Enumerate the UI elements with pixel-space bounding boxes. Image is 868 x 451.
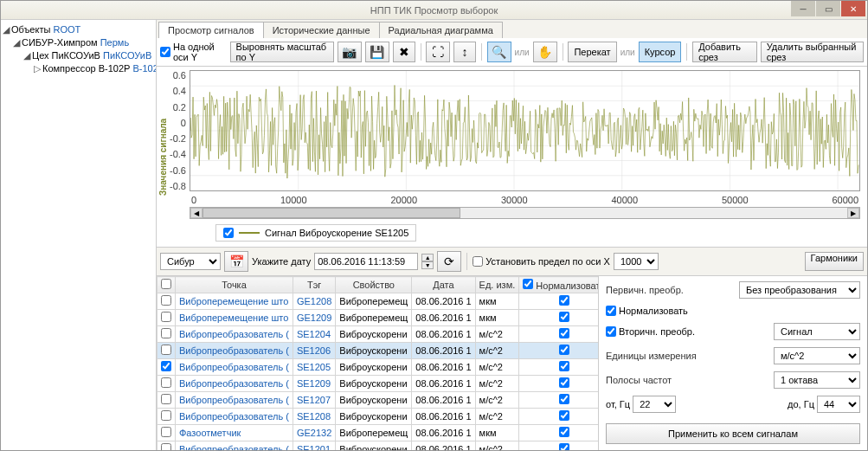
- normalize-checkbox[interactable]: [559, 410, 569, 421]
- chart-scrollbar[interactable]: ◀ ▶: [190, 207, 860, 219]
- tabs: Просмотр сигналов Исторические данные Ра…: [157, 20, 867, 38]
- tree-node-3[interactable]: ▷Компрессор В-102Р В-102Р: [3, 62, 154, 75]
- table-row[interactable]: Виброперемещение штоGE1208Виброперемещ08…: [158, 293, 600, 310]
- close-button[interactable]: ✕: [841, 1, 865, 16]
- normalize-checkbox[interactable]: Нормализовать: [606, 306, 860, 316]
- tree-node-3-link[interactable]: В-102Р: [132, 63, 157, 74]
- fit-xy-icon[interactable]: ⛶: [426, 42, 450, 62]
- cell: м/с^2: [475, 376, 519, 392]
- normalize-checkbox[interactable]: [559, 394, 569, 404]
- pan-button[interactable]: Перекат: [568, 42, 616, 62]
- camera-icon[interactable]: 📷: [338, 42, 362, 62]
- one-axis-checkbox[interactable]: На одной оси Y: [160, 42, 227, 62]
- calendar-icon[interactable]: 📅: [224, 251, 248, 272]
- table-row[interactable]: Вибропреобразователь (SE1208Виброускорен…: [158, 409, 600, 425]
- normalize-checkbox[interactable]: [559, 377, 569, 388]
- row-checkbox[interactable]: [161, 345, 171, 355]
- normalize-checkbox[interactable]: [559, 361, 569, 371]
- secondary-checkbox[interactable]: Вторичн. преобр.: [606, 326, 695, 337]
- tree-node-1[interactable]: ◢СИБУР-Химпром Пермь: [3, 36, 154, 49]
- col-header[interactable]: Ед. изм.: [475, 277, 519, 293]
- cell: GE1208: [293, 293, 335, 310]
- col-header[interactable]: Нормализовать: [519, 277, 599, 293]
- primary-select[interactable]: Без преобразования: [739, 281, 860, 299]
- table-row[interactable]: Вибропреобразователь (SE1201Виброускорен…: [158, 441, 600, 451]
- legend-checkbox[interactable]: [223, 228, 234, 238]
- tree-root[interactable]: ◢Объекты ROOT: [3, 23, 154, 36]
- bands-select[interactable]: 1 октава: [774, 371, 860, 389]
- normalize-checkbox[interactable]: [559, 328, 569, 338]
- cell: мкм: [475, 425, 519, 441]
- scale-y-button[interactable]: Выровнять масштаб по Y: [230, 42, 334, 62]
- row-checkbox[interactable]: [161, 295, 171, 306]
- cell: Фазоотметчик: [176, 425, 293, 441]
- harmonics-button[interactable]: Гармоники: [805, 252, 864, 271]
- select-all-checkbox[interactable]: [161, 279, 171, 289]
- xlimit-select[interactable]: 1000: [614, 253, 659, 270]
- row-checkbox[interactable]: [161, 312, 171, 322]
- minimize-button[interactable]: ─: [791, 1, 815, 16]
- save-icon[interactable]: 💾: [365, 42, 389, 62]
- normalize-checkbox[interactable]: [559, 312, 569, 322]
- col-header[interactable]: [158, 277, 176, 293]
- tab-signals[interactable]: Просмотр сигналов: [158, 22, 264, 38]
- date-spinner[interactable]: ▲▼: [421, 254, 434, 269]
- fit-y-icon[interactable]: ↕: [453, 42, 475, 62]
- row-checkbox[interactable]: [161, 328, 171, 338]
- to-label: до, Гц: [788, 399, 814, 409]
- cursor-button[interactable]: Курсор: [639, 42, 682, 62]
- row-checkbox[interactable]: [161, 394, 171, 404]
- row-checkbox[interactable]: [161, 427, 171, 437]
- to-select[interactable]: 44: [817, 396, 860, 413]
- add-slice-button[interactable]: Добавить срез: [692, 42, 756, 62]
- signal-plot[interactable]: [190, 70, 860, 191]
- table-row[interactable]: Вибропреобразователь (SE1207Виброускорен…: [158, 392, 600, 409]
- row-checkbox[interactable]: [161, 377, 171, 388]
- hand-icon[interactable]: ✋: [533, 42, 557, 62]
- normalize-checkbox[interactable]: [559, 443, 569, 450]
- col-header[interactable]: Свойство: [336, 277, 412, 293]
- tree-node-2-link[interactable]: ПиКСОУиВ: [103, 50, 151, 61]
- table-row[interactable]: Вибропреобразователь (SE1205Виброускорен…: [158, 359, 600, 376]
- row-checkbox[interactable]: [161, 410, 171, 421]
- table-row[interactable]: Вибропреобразователь (SE1204Виброускорен…: [158, 326, 600, 343]
- normalize-checkbox[interactable]: [559, 295, 569, 306]
- col-header[interactable]: Дата: [412, 277, 475, 293]
- apply-all-button[interactable]: Применить ко всем сигналам: [606, 423, 860, 444]
- cell: Виброускорени: [336, 359, 412, 376]
- scroll-thumb[interactable]: [203, 208, 460, 218]
- table-row[interactable]: ФазоотметчикGE2132Виброперемещ08.06.2016…: [158, 425, 600, 441]
- table-row[interactable]: Виброперемещение штоGE1209Виброперемещ08…: [158, 310, 600, 326]
- source-select[interactable]: Сибур: [160, 253, 221, 270]
- table-row[interactable]: Вибропреобразователь (SE1209Виброускорен…: [158, 376, 600, 392]
- cell: Виброускорени: [336, 343, 412, 359]
- row-checkbox[interactable]: [161, 443, 171, 450]
- clear-icon[interactable]: ✖: [393, 42, 415, 62]
- zoom-icon[interactable]: 🔍: [487, 42, 511, 62]
- normalize-checkbox[interactable]: [559, 427, 569, 437]
- tree-root-link[interactable]: ROOT: [53, 24, 80, 35]
- scroll-right-icon[interactable]: ▶: [847, 208, 859, 218]
- units-select[interactable]: м/с^2: [774, 347, 860, 364]
- xlimit-checkbox[interactable]: Установить предел по оси X: [473, 256, 610, 267]
- refresh-icon[interactable]: ⟳: [437, 251, 461, 272]
- cell: 08.06.2016 1: [412, 425, 475, 441]
- normalize-all-checkbox[interactable]: [523, 279, 533, 289]
- scroll-left-icon[interactable]: ◀: [190, 208, 203, 218]
- tree-node-1-link[interactable]: Пермь: [100, 37, 129, 48]
- table-row[interactable]: Вибропреобразователь (SE1206Виброускорен…: [158, 343, 600, 359]
- row-checkbox[interactable]: [161, 361, 171, 371]
- tab-history[interactable]: Исторические данные: [263, 22, 380, 38]
- tree-node-2[interactable]: ◢Цех ПиКСОУиВ ПиКСОУиВ: [3, 49, 154, 62]
- cell: Виброускорени: [336, 441, 412, 451]
- normalize-checkbox[interactable]: [559, 345, 569, 355]
- secondary-select[interactable]: Сигнал: [774, 323, 860, 340]
- from-select[interactable]: 22: [633, 396, 676, 413]
- col-header[interactable]: Тэг: [293, 277, 335, 293]
- cell: Виброускорени: [336, 409, 412, 425]
- date-input[interactable]: [314, 253, 418, 270]
- col-header[interactable]: Точка: [176, 277, 293, 293]
- maximize-button[interactable]: ▭: [816, 1, 840, 16]
- tab-radial[interactable]: Радиальная диаграмма: [379, 22, 503, 38]
- delete-slice-button[interactable]: Удалить выбранный срез: [761, 42, 864, 62]
